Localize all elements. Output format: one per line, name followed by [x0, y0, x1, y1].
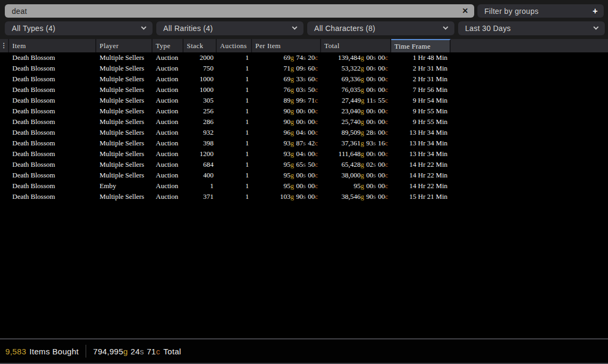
money-amount-g: 76g: [284, 86, 294, 94]
money-amount-g: 90g: [284, 107, 294, 115]
cell-per_item: 93g04s00c: [252, 149, 321, 159]
cell-per_item: 96g04s00c: [252, 127, 321, 138]
clear-search-button[interactable]: ✕: [458, 4, 473, 18]
currency-s-icon: s: [373, 150, 376, 158]
money-amount-s: 28s: [366, 128, 376, 137]
row-filler: [451, 106, 608, 117]
cell-total: 95g00s00c: [321, 181, 391, 191]
table-row[interactable]: Death BlossomMultiple SellersAuction3981…: [0, 138, 608, 149]
money-amount-s: 00s: [296, 171, 306, 180]
money-amount-c: 00c: [378, 53, 388, 62]
currency-c-icon: c: [315, 53, 318, 61]
currency-c-icon: c: [385, 118, 388, 126]
column-header-item[interactable]: Item: [9, 39, 96, 52]
table-row[interactable]: Death BlossomEmbyAuction1195g00s00c95g00…: [0, 181, 608, 191]
currency-g-icon: g: [361, 171, 364, 179]
cell-item: Death Blossom: [9, 159, 96, 170]
table-row[interactable]: Death BlossomMultiple SellersAuction4001…: [0, 170, 608, 181]
filter-dropdown-rarities[interactable]: All Rarities (4): [156, 21, 303, 35]
column-header-time_frame[interactable]: Time Frame: [391, 39, 451, 52]
money-amount-c: 60c: [308, 64, 318, 73]
cell-item: Death Blossom: [9, 170, 96, 181]
column-header-player[interactable]: Player: [96, 39, 153, 52]
column-header-stack[interactable]: Stack: [184, 39, 217, 52]
currency-c-icon: c: [315, 64, 318, 72]
currency-c-icon: c: [315, 139, 318, 147]
column-header-per_item[interactable]: Per Item: [252, 39, 321, 52]
column-header-type[interactable]: Type: [153, 39, 184, 52]
money-amount-g: 89,509g: [341, 128, 364, 137]
currency-s-icon: s: [303, 150, 306, 158]
money-amount-c: 00c: [378, 192, 388, 201]
currency-c-icon: c: [385, 64, 388, 72]
cell-stack: 256: [184, 106, 217, 117]
table-row[interactable]: Death BlossomMultiple SellersAuction3051…: [0, 95, 608, 106]
add-group-filter-button[interactable]: +: [587, 4, 604, 18]
search-input[interactable]: [5, 4, 474, 18]
currency-g-icon: g: [123, 347, 128, 356]
table-row[interactable]: Death BlossomMultiple SellersAuction9321…: [0, 127, 608, 138]
cell-per_item: 103g90s00c: [252, 191, 321, 202]
currency-s-icon: s: [373, 96, 376, 104]
currency-s-icon: s: [303, 171, 306, 179]
status-total-money: 794,995g24s71c: [93, 347, 160, 356]
currency-g-icon: g: [291, 182, 294, 190]
money-amount-s: 04s: [296, 128, 306, 137]
table-row[interactable]: Death BlossomMultiple SellersAuction1000…: [0, 74, 608, 84]
row-menu-spacer: [0, 138, 9, 149]
table-row[interactable]: Death BlossomMultiple SellersAuction3711…: [0, 191, 608, 202]
filter-dropdown-types[interactable]: All Types (4): [5, 21, 153, 35]
currency-g-icon: g: [361, 182, 364, 190]
cell-total: 89,509g28s00c: [321, 127, 391, 138]
cell-per_item: 95g00s00c: [252, 181, 321, 191]
currency-s-icon: s: [303, 139, 306, 147]
money-amount-g: 95g: [284, 171, 294, 180]
table-row[interactable]: Death BlossomMultiple SellersAuction1200…: [0, 149, 608, 159]
cell-item: Death Blossom: [9, 63, 96, 74]
cell-per_item: 89g99s71c: [252, 95, 321, 106]
currency-g-icon: g: [291, 171, 294, 179]
cell-total: 139,484g00s00c: [321, 52, 391, 63]
cell-item: Death Blossom: [9, 84, 96, 95]
table-row[interactable]: Death BlossomMultiple SellersAuction6841…: [0, 159, 608, 170]
cell-type: Auction: [153, 63, 184, 74]
money-amount-g: 69g: [284, 53, 294, 62]
cell-per_item: 69g33s60c: [252, 74, 321, 84]
cell-player: Multiple Sellers: [96, 159, 153, 170]
kebab-menu-icon: ⋮: [1, 42, 7, 50]
money-amount-s: 00s: [366, 64, 376, 73]
column-header-total[interactable]: Total: [321, 39, 391, 52]
row-menu-spacer: [0, 181, 9, 191]
cell-auctions: 1: [217, 52, 252, 63]
money-amount-c: 00c: [378, 64, 388, 73]
table-row[interactable]: Death BlossomMultiple SellersAuction2861…: [0, 117, 608, 127]
row-menu-spacer: [0, 149, 9, 159]
column-header-auctions[interactable]: Auctions: [217, 39, 252, 52]
cell-type: Auction: [153, 84, 184, 95]
cell-player: Multiple Sellers: [96, 127, 153, 138]
column-options-button[interactable]: ⋮: [0, 39, 9, 52]
filter-dropdown-timeframe[interactable]: Last 30 Days: [458, 21, 605, 35]
group-filter-box: +: [477, 4, 604, 18]
table-row[interactable]: Death BlossomMultiple SellersAuction2000…: [0, 52, 608, 63]
filter-dropdown-characters[interactable]: All Characters (8): [307, 21, 454, 35]
currency-c-icon: c: [385, 182, 388, 190]
filter-dropdown-label: All Rarities (4): [163, 24, 213, 33]
cell-item: Death Blossom: [9, 127, 96, 138]
table-row[interactable]: Death BlossomMultiple SellersAuction1000…: [0, 84, 608, 95]
cell-stack: 684: [184, 159, 217, 170]
currency-g-icon: g: [361, 160, 364, 168]
table-row[interactable]: Death BlossomMultiple SellersAuction7501…: [0, 63, 608, 74]
group-filter-input[interactable]: [477, 7, 587, 16]
cell-auctions: 1: [217, 138, 252, 149]
row-menu-spacer: [0, 191, 9, 202]
cell-type: Auction: [153, 191, 184, 202]
table-row[interactable]: Death BlossomMultiple SellersAuction2561…: [0, 106, 608, 117]
cell-stack: 305: [184, 95, 217, 106]
row-menu-spacer: [0, 127, 9, 138]
cell-total: 23,040g00s00c: [321, 106, 391, 117]
money-amount-c: 71c: [147, 347, 160, 356]
cell-per_item: 76g03s50c: [252, 84, 321, 95]
currency-g-icon: g: [291, 150, 294, 158]
currency-g-icon: g: [291, 75, 294, 83]
